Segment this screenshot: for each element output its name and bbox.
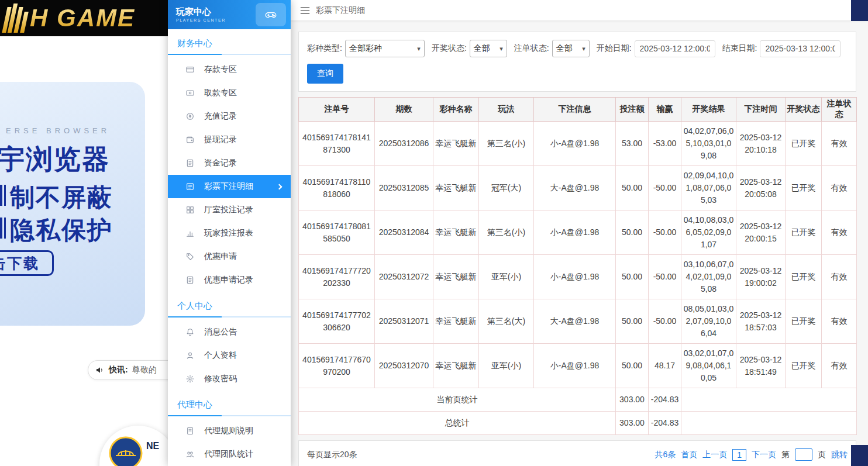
table-cell: -53.00 <box>649 122 681 166</box>
table-cell: 小-A盘@1.98 <box>534 122 616 166</box>
column-header: 输赢 <box>649 98 681 122</box>
sidebar-item[interactable]: 消息公告 <box>168 320 291 344</box>
player-center-sidebar: 玩家中心 PLAYERS CENTER 财务中心存款专区取款专区充值记录提现记录… <box>168 0 291 466</box>
start-date-input[interactable] <box>635 40 715 57</box>
table-row: 40156917417811081806020250312085幸运飞艇新冠军(… <box>299 166 857 210</box>
sidebar-item-label: 玩家投注报表 <box>204 228 253 239</box>
page-title: 彩票下注明细 <box>316 5 365 16</box>
promo-apply-icon <box>185 252 195 261</box>
draw-status-select[interactable]: 全部 ▾ <box>470 40 507 57</box>
table-cell: 20250312084 <box>375 210 433 255</box>
sidebar-item-label: 个人资料 <box>204 350 237 361</box>
section-header: 个人中心 <box>168 292 291 317</box>
query-button[interactable]: 查询 <box>307 64 343 84</box>
sidebar-item[interactable]: 提现记录 <box>168 128 291 151</box>
sidebar-item-label: 取款专区 <box>204 88 237 98</box>
agent-team-stats-icon <box>185 450 195 459</box>
banner-kicker: ERSE BROWSER <box>6 126 110 135</box>
table-cell: 20250312072 <box>375 255 433 299</box>
table-row: 40156917417767097020020250312070幸运飞艇新亚军(… <box>299 344 857 388</box>
table-cell: 2025-03-12 20:05:08 <box>736 166 786 210</box>
sidebar-item-label: 优惠申请 <box>204 251 237 262</box>
table-cell: 2025-03-12 19:00:02 <box>736 255 786 299</box>
table-cell: -204.83 <box>649 388 681 412</box>
sidebar-title: 玩家中心 <box>176 6 256 16</box>
end-date-input[interactable] <box>760 40 841 57</box>
table-cell: 20250312085 <box>375 166 433 210</box>
sidebar-item-label: 提现记录 <box>204 134 237 145</box>
main-content: 彩票下注明细 彩种类型: 全部彩种 ▾ 开奖状态: 全部 ▾ 注单状态: 全部 … <box>291 0 868 466</box>
page-jump-input[interactable] <box>795 448 812 461</box>
column-header: 开奖结果 <box>681 98 736 122</box>
table-cell: -204.83 <box>649 412 681 435</box>
table-cell: 53.00 <box>616 122 649 166</box>
menu-icon[interactable] <box>300 6 310 15</box>
table-cell: 20250312086 <box>375 122 433 166</box>
recharge-record-icon <box>185 112 195 121</box>
column-header: 开奖状态 <box>786 98 822 122</box>
table-cell: 20250312070 <box>375 344 433 388</box>
table-cell: 有效 <box>822 210 857 255</box>
next-page-link[interactable]: 下一页 <box>752 450 776 460</box>
sidebar-item[interactable]: 代理团队统计 <box>168 443 291 466</box>
column-header: 彩种名称 <box>433 98 479 122</box>
sidebar-item[interactable]: 资金记录 <box>168 151 291 175</box>
sidebar-item[interactable]: 优惠申请 <box>168 245 291 268</box>
sidebar-item[interactable]: 个人资料 <box>168 344 291 367</box>
news-text: 尊敬的 <box>132 365 157 375</box>
table-cell: 小-A盘@1.98 <box>534 344 616 388</box>
total-count: 共6条 <box>655 450 676 460</box>
column-header: 投注额 <box>616 98 649 122</box>
table-cell: 冠军(大) <box>479 166 534 210</box>
table-cell: 50.00 <box>616 344 649 388</box>
summary-row: 总统计303.00-204.83 <box>299 412 857 435</box>
table-cell <box>681 388 857 412</box>
table-row: 40156917417814187130020250312086幸运飞艇新第三名… <box>299 122 857 166</box>
table-cell: 总统计 <box>299 412 616 435</box>
first-page-link[interactable]: 首页 <box>681 450 697 460</box>
table-cell: 第三名(小) <box>479 122 534 166</box>
bet-table-panel: 注单号期数彩种名称玩法下注信息投注额输赢开奖结果下注时间开奖状态注单状态 401… <box>298 97 856 435</box>
table-cell: 50.00 <box>616 210 649 255</box>
hall-bet-record-icon <box>185 205 195 215</box>
player-bet-report-icon <box>185 229 195 238</box>
table-cell: 第三名(大) <box>479 299 534 344</box>
draw-status-label: 开奖状态: <box>432 43 467 54</box>
sidebar-item[interactable]: 厅室投注记录 <box>168 198 291 222</box>
table-cell: 有效 <box>822 166 857 210</box>
sidebar-item-label: 代理规则说明 <box>204 426 253 436</box>
sidebar-item[interactable]: 优惠申请记录 <box>168 268 291 292</box>
sidebar-item[interactable]: 彩票下注明细 <box>168 175 291 198</box>
lottery-type-label: 彩种类型: <box>307 43 342 54</box>
sidebar-item[interactable]: 存款专区 <box>168 58 291 81</box>
table-cell: 2025-03-12 20:10:18 <box>736 122 786 166</box>
deposit-icon <box>185 65 195 74</box>
jump-link[interactable]: 跳转 <box>831 450 848 460</box>
table-cell: 幸运飞艇新 <box>433 299 479 344</box>
table-cell: 401569174177702306620 <box>299 299 375 344</box>
sidebar-item[interactable]: 玩家投注报表 <box>168 222 291 245</box>
table-cell: 有效 <box>822 255 857 299</box>
sidebar-item[interactable]: 代理规则说明 <box>168 419 291 443</box>
sidebar-item[interactable]: 取款专区 <box>168 81 291 105</box>
sidebar-item-label: 资金记录 <box>204 158 237 168</box>
table-row: 40156917417808158505020250312084幸运飞艇新第三名… <box>299 210 857 255</box>
table-cell: 有效 <box>822 299 857 344</box>
lottery-type-select[interactable]: 全部彩种 ▾ <box>345 40 425 57</box>
table-cell: 幸运飞艇新 <box>433 344 479 388</box>
column-header: 玩法 <box>479 98 534 122</box>
table-cell: 20250312071 <box>375 299 433 344</box>
banner-line-3: 隐私保护 <box>0 214 113 247</box>
order-status-select[interactable]: 全部 ▾ <box>552 40 590 57</box>
sidebar-item[interactable]: 修改密码 <box>168 367 291 391</box>
prev-page-link[interactable]: 上一页 <box>702 450 727 460</box>
filter-row: 彩种类型: 全部彩种 ▾ 开奖状态: 全部 ▾ 注单状态: 全部 ▾ 开始日期:… <box>307 40 848 57</box>
pagination-bar: 每页显示20条 共6条 首页 上一页 1 下一页 第 页 跳转 <box>298 440 856 466</box>
table-cell: 已开奖 <box>786 166 822 210</box>
team-logo-icon <box>109 436 143 466</box>
withdrawal-record-icon <box>185 135 195 144</box>
sidebar-item[interactable]: 充值记录 <box>168 105 291 128</box>
bottom-right-dark-block <box>851 445 868 466</box>
download-button[interactable]: 击下载 <box>0 250 54 276</box>
bet-table: 注单号期数彩种名称玩法下注信息投注额输赢开奖结果下注时间开奖状态注单状态 401… <box>298 97 857 435</box>
